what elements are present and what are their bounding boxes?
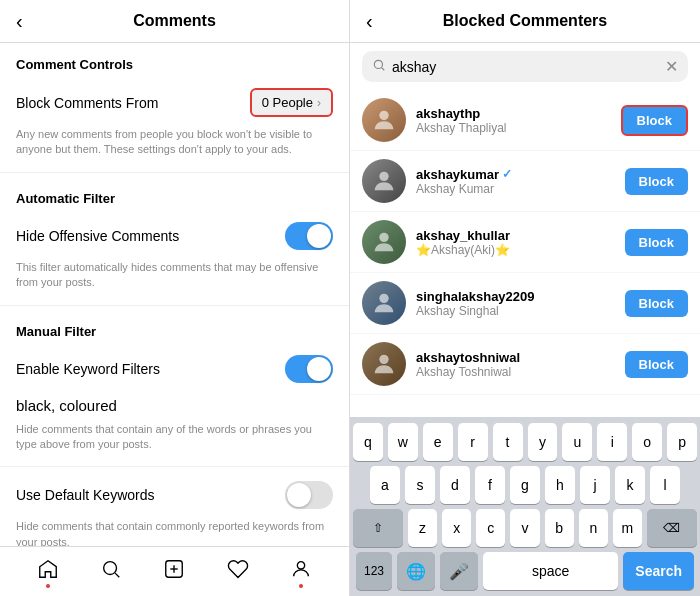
nav-home[interactable]: [37, 558, 59, 586]
display-name: Akshay Singhal: [416, 304, 615, 318]
block-button-0[interactable]: Block: [621, 105, 688, 136]
user-info: akshaytoshniwal Akshay Toshniwal: [416, 350, 615, 379]
key-search[interactable]: Search: [623, 552, 694, 590]
manual-filter-header: Manual Filter: [0, 310, 349, 345]
svg-point-12: [379, 355, 388, 364]
key-q[interactable]: q: [353, 423, 383, 461]
key-d[interactable]: d: [440, 466, 470, 504]
key-123[interactable]: 123: [356, 552, 392, 590]
hide-offensive-toggle[interactable]: [285, 222, 333, 250]
verified-badge: ✓: [502, 167, 512, 181]
nav-search[interactable]: [100, 558, 122, 586]
key-g[interactable]: g: [510, 466, 540, 504]
nav-heart[interactable]: [227, 558, 249, 586]
key-h[interactable]: h: [545, 466, 575, 504]
key-shift[interactable]: ⇧: [353, 509, 403, 547]
svg-line-7: [382, 68, 385, 71]
svg-point-5: [298, 561, 305, 568]
block-button-4[interactable]: Block: [625, 351, 688, 378]
use-default-row: Use Default Keywords: [0, 471, 349, 519]
block-comments-row: Block Comments From 0 People ›: [0, 78, 349, 127]
svg-point-8: [379, 111, 388, 120]
svg-point-10: [379, 233, 388, 242]
block-button-2[interactable]: Block: [625, 229, 688, 256]
use-default-toggle[interactable]: [285, 481, 333, 509]
username-text: akshaythp: [416, 106, 480, 121]
key-f[interactable]: f: [475, 466, 505, 504]
enable-keyword-toggle[interactable]: [285, 355, 333, 383]
key-r[interactable]: r: [458, 423, 488, 461]
key-backspace[interactable]: ⌫: [647, 509, 697, 547]
divider-1: [0, 172, 349, 173]
key-u[interactable]: u: [562, 423, 592, 461]
key-m[interactable]: m: [613, 509, 642, 547]
display-name: ⭐Akshay(Aki)⭐: [416, 243, 615, 257]
key-k[interactable]: k: [615, 466, 645, 504]
username: akshaykumar ✓: [416, 167, 615, 182]
username: singhalakshay2209: [416, 289, 615, 304]
block-button-3[interactable]: Block: [625, 290, 688, 317]
key-y[interactable]: y: [528, 423, 558, 461]
block-button-1[interactable]: Block: [625, 168, 688, 195]
key-b[interactable]: b: [545, 509, 574, 547]
svg-line-1: [115, 573, 119, 577]
user-item: akshaytoshniwal Akshay Toshniwal Block: [350, 334, 700, 395]
use-default-label: Use Default Keywords: [16, 487, 155, 503]
user-item: akshay_khullar ⭐Akshay(Aki)⭐ Block: [350, 212, 700, 273]
key-p[interactable]: p: [667, 423, 697, 461]
svg-point-0: [104, 561, 117, 574]
key-v[interactable]: v: [510, 509, 539, 547]
key-z[interactable]: z: [408, 509, 437, 547]
left-panel: ‹ Comments Comment Controls Block Commen…: [0, 0, 350, 596]
block-comments-button[interactable]: 0 People ›: [250, 88, 333, 117]
key-a[interactable]: a: [370, 466, 400, 504]
key-globe[interactable]: 🌐: [397, 552, 435, 590]
key-o[interactable]: o: [632, 423, 662, 461]
keyboard-row-1: q w e r t y u i o p: [353, 423, 697, 461]
key-c[interactable]: c: [476, 509, 505, 547]
user-item: akshaythp Akshay Thapliyal Block: [350, 90, 700, 151]
username-text: singhalakshay2209: [416, 289, 535, 304]
key-w[interactable]: w: [388, 423, 418, 461]
user-info: akshaykumar ✓ Akshay Kumar: [416, 167, 615, 196]
svg-point-9: [379, 172, 388, 181]
user-item: singhalakshay2209 Akshay Singhal Block: [350, 273, 700, 334]
back-arrow-right[interactable]: ‹: [366, 10, 373, 33]
key-j[interactable]: j: [580, 466, 610, 504]
divider-2: [0, 305, 349, 306]
right-title: Blocked Commenters: [443, 12, 608, 30]
search-bar[interactable]: ✕: [362, 51, 688, 82]
username: akshay_khullar: [416, 228, 615, 243]
key-t[interactable]: t: [493, 423, 523, 461]
keyboard: q w e r t y u i o p a s d f g h j k l ⇧ …: [350, 417, 700, 596]
key-n[interactable]: n: [579, 509, 608, 547]
display-name: Akshay Thapliyal: [416, 121, 611, 135]
right-header: ‹ Blocked Commenters: [350, 0, 700, 43]
key-e[interactable]: e: [423, 423, 453, 461]
clear-search-icon[interactable]: ✕: [665, 57, 678, 76]
keyword-description: Hide comments that contain any of the wo…: [0, 422, 349, 463]
key-space[interactable]: space: [483, 552, 618, 590]
username-text: akshay_khullar: [416, 228, 510, 243]
key-mic[interactable]: 🎤: [440, 552, 478, 590]
default-description: Hide comments that contain commonly repo…: [0, 519, 349, 546]
svg-point-11: [379, 294, 388, 303]
search-input[interactable]: [392, 59, 659, 75]
hide-offensive-row: Hide Offensive Comments: [0, 212, 349, 260]
enable-keyword-label: Enable Keyword Filters: [16, 361, 160, 377]
automatic-filter-header: Automatic Filter: [0, 177, 349, 212]
key-l[interactable]: l: [650, 466, 680, 504]
key-i[interactable]: i: [597, 423, 627, 461]
nav-profile[interactable]: [290, 558, 312, 586]
divider-3: [0, 466, 349, 467]
nav-add[interactable]: [163, 558, 185, 586]
key-x[interactable]: x: [442, 509, 471, 547]
back-arrow-left[interactable]: ‹: [16, 10, 23, 33]
keyword-value: black, coloured: [0, 393, 349, 422]
key-s[interactable]: s: [405, 466, 435, 504]
svg-point-6: [374, 60, 382, 68]
avatar: [362, 342, 406, 386]
display-name: Akshay Toshniwal: [416, 365, 615, 379]
left-content: Comment Controls Block Comments From 0 P…: [0, 43, 349, 546]
left-header: ‹ Comments: [0, 0, 349, 43]
